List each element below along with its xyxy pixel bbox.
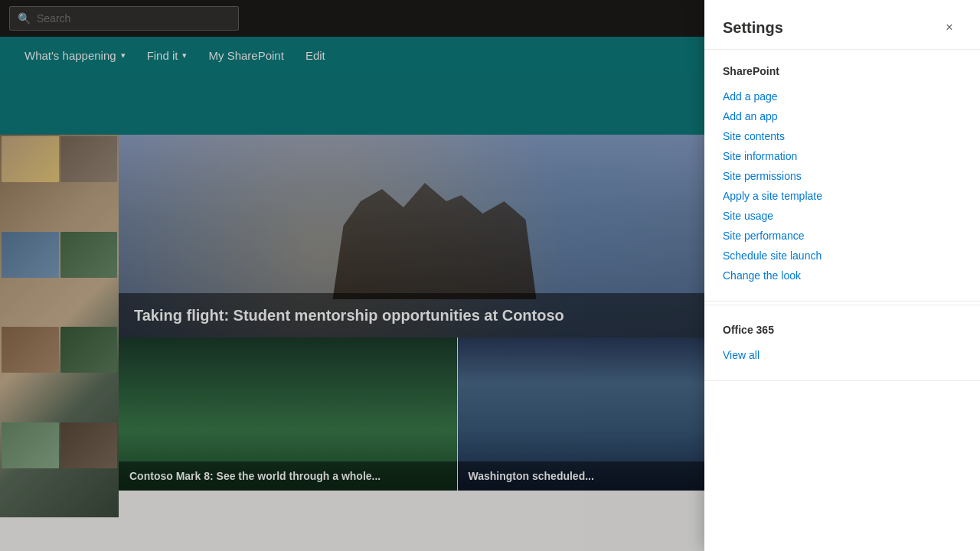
settings-sharepoint-section: SharePoint Add a page Add an app Site co…: [704, 50, 980, 302]
settings-link-change-look[interactable]: Change the look: [723, 266, 962, 285]
settings-office365-section: Office 365 View all: [704, 308, 980, 381]
settings-overlay: Settings × SharePoint Add a page Add an …: [0, 0, 980, 551]
settings-title: Settings: [723, 19, 783, 37]
settings-link-site-contents[interactable]: Site contents: [723, 126, 962, 146]
settings-link-site-information[interactable]: Site information: [723, 146, 962, 166]
settings-link-apply-template[interactable]: Apply a site template: [723, 186, 962, 206]
settings-link-view-all[interactable]: View all: [723, 345, 962, 365]
settings-link-add-page[interactable]: Add a page: [723, 86, 962, 106]
settings-header: Settings ×: [704, 0, 980, 50]
settings-divider: [704, 305, 980, 305]
settings-link-schedule-launch[interactable]: Schedule site launch: [723, 246, 962, 266]
sharepoint-section-title: SharePoint: [723, 65, 962, 77]
settings-link-add-app[interactable]: Add an app: [723, 106, 962, 126]
settings-link-site-permissions[interactable]: Site permissions: [723, 166, 962, 186]
office365-section-title: Office 365: [723, 324, 962, 336]
settings-panel: Settings × SharePoint Add a page Add an …: [704, 0, 980, 551]
settings-link-site-usage[interactable]: Site usage: [723, 206, 962, 226]
settings-link-site-performance[interactable]: Site performance: [723, 226, 962, 246]
settings-close-button[interactable]: ×: [937, 15, 962, 40]
close-icon: ×: [946, 21, 952, 34]
